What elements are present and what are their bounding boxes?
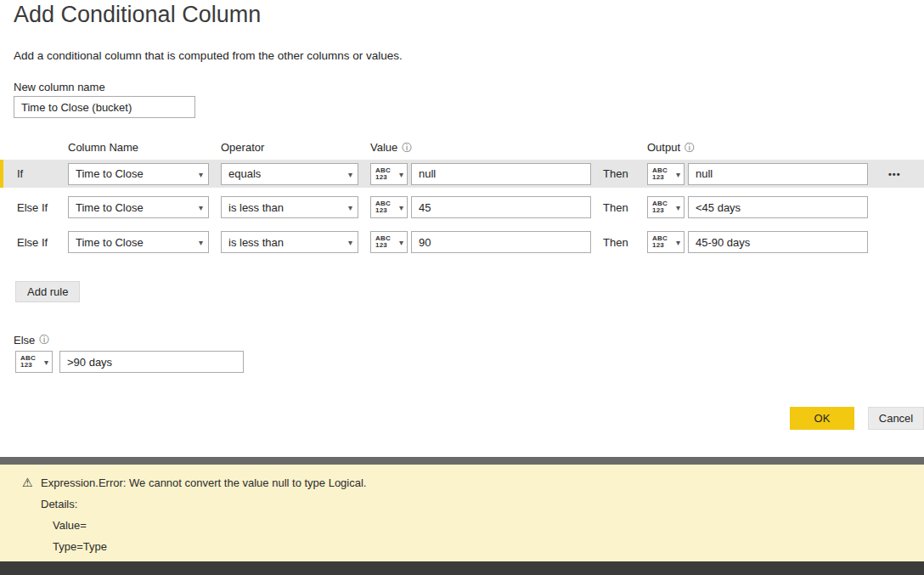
condition-label: Else If: [17, 201, 68, 214]
header-value: Valueⓘ: [370, 141, 603, 155]
chevron-down-icon: ▾: [676, 203, 680, 212]
output-input[interactable]: [688, 231, 868, 253]
chevron-down-icon: ▾: [44, 358, 48, 367]
value-input[interactable]: [411, 196, 591, 218]
dialog-actions: OK Cancel: [790, 407, 924, 430]
value-type-dropdown[interactable]: ABC 123 ▾: [370, 163, 408, 185]
abc123-icon: ABC 123: [652, 235, 668, 249]
operator-dropdown[interactable]: is less than ▾: [221, 231, 358, 253]
new-column-name-input[interactable]: [14, 96, 195, 118]
info-icon: ⓘ: [402, 142, 412, 154]
value-type-dropdown[interactable]: ABC 123 ▾: [370, 196, 408, 218]
header-operator: Operator: [221, 141, 370, 155]
status-bar: [0, 561, 924, 575]
abc123-icon: ABC 123: [375, 235, 391, 249]
value-input[interactable]: [411, 163, 591, 185]
header-column-name: Column Name: [68, 141, 221, 155]
operator-dropdown[interactable]: equals ▾: [221, 163, 358, 185]
header-spacer: [603, 141, 647, 155]
dropdown-value: is less than: [228, 201, 284, 214]
else-row: ABC 123 ▾: [15, 351, 244, 373]
abc123-icon: ABC 123: [20, 355, 36, 369]
page-title: Add Conditional Column: [14, 2, 261, 28]
chevron-down-icon: ▾: [676, 238, 680, 247]
else-type-dropdown[interactable]: ABC 123 ▾: [15, 351, 53, 373]
info-icon: ⓘ: [685, 142, 695, 154]
dialog-subtitle: Add a conditional column that is compute…: [14, 49, 403, 62]
output-input[interactable]: [688, 163, 868, 185]
condition-label: Else If: [17, 236, 68, 249]
condition-row-elseif: Else If Time to Close ▾ is less than ▾ A…: [0, 194, 868, 220]
else-label-text: Else: [14, 334, 35, 347]
header-output-label: Output: [647, 141, 680, 154]
output-type-dropdown[interactable]: ABC 123 ▾: [647, 196, 685, 218]
ok-button[interactable]: OK: [790, 407, 854, 430]
dropdown-value: Time to Close: [76, 236, 144, 249]
chevron-down-icon: ▾: [399, 169, 403, 178]
column-name-dropdown[interactable]: Time to Close ▾: [68, 231, 209, 253]
header-spacer: [17, 141, 68, 155]
operator-dropdown[interactable]: is less than ▾: [221, 196, 358, 218]
dropdown-value: equals: [228, 167, 261, 180]
condition-table-header: Column Name Operator Valueⓘ Outputⓘ: [0, 141, 924, 155]
condition-row-elseif: Else If Time to Close ▾ is less than ▾ A…: [0, 229, 868, 255]
error-detail-line: Value=: [53, 515, 924, 536]
abc123-icon: ABC 123: [652, 200, 668, 214]
abc123-icon: ABC 123: [375, 167, 391, 181]
output-type-dropdown[interactable]: ABC 123 ▾: [647, 231, 685, 253]
then-label: Then: [603, 236, 647, 249]
add-conditional-column-page: Add Conditional Column Add a conditional…: [0, 0, 924, 575]
value-input[interactable]: [411, 231, 591, 253]
value-type-dropdown[interactable]: ABC 123 ▾: [370, 231, 408, 253]
column-name-dropdown[interactable]: Time to Close ▾: [68, 163, 209, 185]
dropdown-value: is less than: [228, 236, 284, 249]
chevron-down-icon: ▾: [348, 169, 352, 178]
chevron-down-icon: ▾: [348, 203, 352, 212]
else-label: Elseⓘ: [14, 333, 49, 347]
then-label: Then: [603, 167, 647, 180]
info-icon: ⓘ: [39, 333, 49, 347]
output-type-dropdown[interactable]: ABC 123 ▾: [647, 163, 685, 185]
chevron-down-icon: ▾: [676, 169, 680, 178]
error-detail-line: Type=Type: [53, 536, 924, 557]
warning-icon: ⚠: [22, 472, 41, 493]
error-message-line: ⚠ Expression.Error: We cannot convert th…: [22, 472, 924, 493]
error-panel: ⚠ Expression.Error: We cannot convert th…: [0, 465, 924, 561]
add-conditional-column-dialog: Add Conditional Column Add a conditional…: [0, 0, 924, 457]
chevron-down-icon: ▾: [399, 203, 403, 212]
abc123-icon: ABC 123: [375, 200, 391, 214]
chevron-down-icon: ▾: [199, 238, 203, 247]
chevron-down-icon: ▾: [348, 238, 352, 247]
chevron-down-icon: ▾: [399, 238, 403, 247]
add-rule-button[interactable]: Add rule: [15, 281, 80, 302]
panel-divider[interactable]: [0, 457, 924, 465]
error-message: Expression.Error: We cannot convert the …: [41, 472, 366, 493]
condition-row-if: If Time to Close ▾ equals ▾ ABC 123 ▾ Th…: [0, 160, 924, 188]
else-value-input[interactable]: [59, 351, 244, 373]
output-input[interactable]: [688, 196, 868, 218]
header-output: Outputⓘ: [647, 141, 695, 155]
abc123-icon: ABC 123: [652, 167, 668, 181]
then-label: Then: [603, 201, 647, 214]
header-value-label: Value: [370, 141, 397, 154]
dropdown-value: Time to Close: [76, 167, 144, 180]
chevron-down-icon: ▾: [199, 169, 203, 178]
new-column-name-label: New column name: [14, 81, 105, 93]
dropdown-value: Time to Close: [76, 201, 144, 214]
more-options-icon[interactable]: •••: [888, 169, 901, 179]
chevron-down-icon: ▾: [199, 203, 203, 212]
condition-label: If: [17, 167, 68, 180]
cancel-button[interactable]: Cancel: [868, 407, 924, 430]
column-name-dropdown[interactable]: Time to Close ▾: [68, 196, 209, 218]
error-details-label: Details:: [41, 493, 924, 515]
